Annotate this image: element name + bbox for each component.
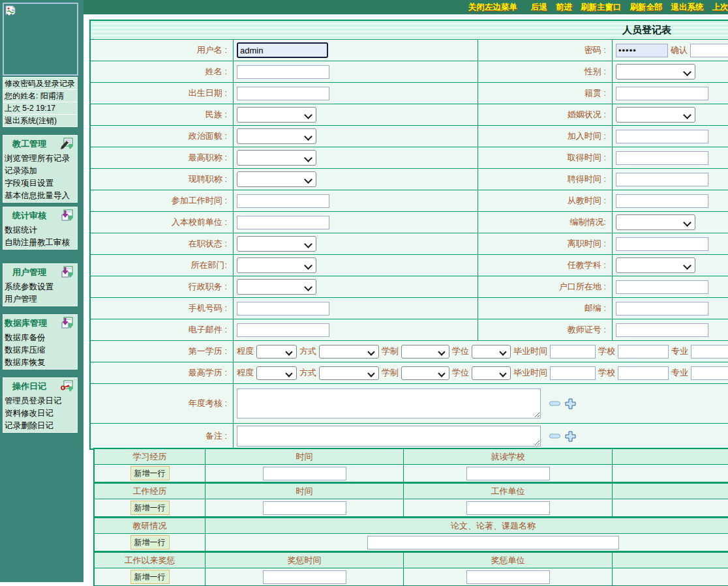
annual-review-textarea[interactable] xyxy=(237,388,541,418)
remark-textarea[interactable] xyxy=(237,426,541,447)
highest-degree-major-input[interactable] xyxy=(691,366,728,380)
degree-mode-label: 方式 xyxy=(299,367,316,379)
degree-mode-label: 方式 xyxy=(299,345,316,357)
reward-time-input[interactable] xyxy=(263,570,346,584)
menu-item-db-backup[interactable]: 数据库备份 xyxy=(3,332,77,344)
menu-item-data-stats[interactable]: 数据统计 xyxy=(3,224,77,237)
employment-status-select[interactable] xyxy=(237,236,316,252)
password-input[interactable] xyxy=(616,44,668,57)
logout-link[interactable]: 退出系统(注销) xyxy=(3,115,77,126)
plus-icon[interactable] xyxy=(565,398,576,409)
back-link[interactable]: 后退 xyxy=(531,2,547,13)
reward-unit-input[interactable] xyxy=(466,570,550,584)
hire-time-label: 聘得时间 : xyxy=(478,169,612,190)
menu-section-stats: 统计审核 数据统计 自助注册教工审核 xyxy=(3,207,78,250)
research-paper-input[interactable] xyxy=(367,536,619,549)
first-degree-degree-select[interactable] xyxy=(472,345,511,359)
highest-degree-level-select[interactable] xyxy=(256,366,297,380)
add-row-button[interactable]: 新增一行 xyxy=(130,570,170,584)
exit-system-link[interactable]: 退出系统 xyxy=(671,2,704,13)
name-input[interactable] xyxy=(237,65,329,79)
join-time-input[interactable] xyxy=(616,130,708,143)
add-row-button[interactable]: 新增一行 xyxy=(130,466,170,480)
minus-icon[interactable] xyxy=(549,433,560,439)
menu-item-system-params[interactable]: 系统参数设置 xyxy=(3,281,77,293)
first-degree-major-input[interactable] xyxy=(691,345,728,359)
department-select[interactable] xyxy=(237,257,316,273)
subject-select[interactable] xyxy=(616,257,695,273)
chevron-down-icon xyxy=(683,218,691,227)
forward-link[interactable]: 前进 xyxy=(556,2,572,13)
birthdate-input[interactable] xyxy=(237,87,329,100)
menu-item-batch-import[interactable]: 基本信息批量导入 xyxy=(3,190,77,202)
highest-degree-gradtime-input[interactable] xyxy=(550,366,596,380)
refresh-main-window-link[interactable]: 刷新主窗口 xyxy=(581,2,622,13)
import-sheet-icon xyxy=(60,266,74,278)
ethnicity-select[interactable] xyxy=(237,107,316,123)
form-row: 政治面貌 : 加入时间 : xyxy=(91,126,728,147)
previous-unit-input[interactable] xyxy=(237,216,329,229)
teacher-cert-input[interactable] xyxy=(616,323,708,337)
marital-status-select[interactable] xyxy=(616,107,695,123)
work-time-input[interactable] xyxy=(263,501,346,515)
menu-item-modify-log[interactable]: 资料修改日记 xyxy=(3,407,77,420)
highest-degree-duration-select[interactable] xyxy=(401,366,449,380)
leave-time-input[interactable] xyxy=(616,237,708,251)
menu-item-browse-records[interactable]: 浏览管理所有记录 xyxy=(3,153,77,165)
first-degree-duration-select[interactable] xyxy=(401,345,449,359)
chevron-down-icon xyxy=(304,240,312,248)
form-row-annual-review: 年度考核 : xyxy=(91,384,728,424)
close-left-menu-link[interactable]: 关闭左边菜单 xyxy=(468,2,517,13)
menu-item-admin-login-log[interactable]: 管理员登录日记 xyxy=(3,395,77,407)
obtain-time-input[interactable] xyxy=(616,151,708,165)
staffing-select[interactable] xyxy=(616,214,695,230)
work-unit-input[interactable] xyxy=(466,501,550,515)
minus-icon[interactable] xyxy=(549,401,560,406)
refresh-all-link[interactable]: 刷新全部 xyxy=(630,2,663,13)
first-degree-school-input[interactable] xyxy=(618,345,669,359)
menu-item-db-compress[interactable]: 数据库压缩 xyxy=(3,344,77,357)
highest-degree-school-input[interactable] xyxy=(618,366,669,380)
study-school-input[interactable] xyxy=(466,467,550,480)
work-start-input[interactable] xyxy=(237,194,329,208)
first-degree-mode-select[interactable] xyxy=(319,345,379,359)
menu-item-delete-log[interactable]: 记录删除日记 xyxy=(3,420,77,432)
menu-item-add-record[interactable]: 记录添加 xyxy=(3,165,77,177)
mobile-input[interactable] xyxy=(237,302,329,315)
add-row-button[interactable]: 新增一行 xyxy=(130,535,170,549)
menu-item-db-restore[interactable]: 数据库恢复 xyxy=(3,357,77,369)
section-title: 用户管理 xyxy=(3,264,77,281)
residence-input[interactable] xyxy=(616,280,708,294)
application-window: 修改密码及登录记录 您的姓名: 阳甫清 上次 5-2 19:17 退出系统(注销… xyxy=(0,0,728,586)
political-status-select[interactable] xyxy=(237,128,316,144)
last-link-clipped[interactable]: 上次 xyxy=(712,2,728,13)
study-history-header-row: 学习经历 时间 就读学校 xyxy=(95,449,728,465)
hire-time-input[interactable] xyxy=(616,173,708,186)
current-title-select[interactable] xyxy=(237,171,316,187)
highest-title-select[interactable] xyxy=(237,150,316,166)
zipcode-input[interactable] xyxy=(616,302,708,315)
admin-post-select[interactable] xyxy=(237,279,316,295)
change-password-link[interactable]: 修改密码及登录记录 xyxy=(3,78,77,90)
teaching-start-input[interactable] xyxy=(616,194,708,208)
form-row: 民族 : 婚姻状况 : xyxy=(91,104,728,126)
study-time-input[interactable] xyxy=(263,467,346,480)
email-input[interactable] xyxy=(237,323,329,337)
plus-icon[interactable] xyxy=(565,431,576,442)
chevron-down-icon xyxy=(304,175,312,184)
gender-select[interactable] xyxy=(616,64,695,80)
confirm-password-input[interactable] xyxy=(690,44,728,57)
native-place-input[interactable] xyxy=(616,87,708,100)
research-paper-header: 论文、论著、课题名称 xyxy=(205,518,728,533)
highest-degree-mode-select[interactable] xyxy=(319,366,379,380)
menu-item-field-settings[interactable]: 字段项目设置 xyxy=(3,177,77,190)
highest-degree-degree-select[interactable] xyxy=(472,366,511,380)
first-degree-gradtime-input[interactable] xyxy=(550,345,596,359)
menu-item-user-management[interactable]: 用户管理 xyxy=(3,293,77,306)
form-row: 行政职务 : 户口所在地 : xyxy=(91,276,728,298)
first-degree-level-select[interactable] xyxy=(256,345,297,359)
menu-item-self-register-audit[interactable]: 自助注册教工审核 xyxy=(3,237,77,249)
add-row-button[interactable]: 新增一行 xyxy=(130,501,170,515)
username-input[interactable] xyxy=(237,42,328,58)
empty-header-cell xyxy=(613,449,728,464)
